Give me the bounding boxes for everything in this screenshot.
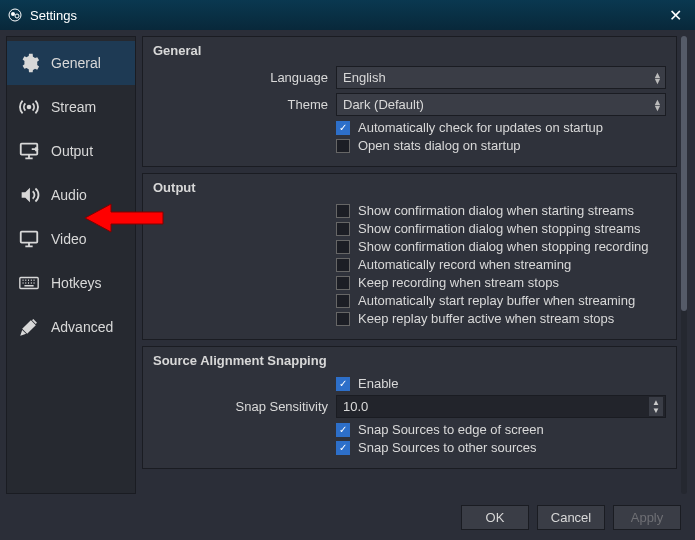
app-icon xyxy=(6,6,24,24)
svg-point-2 xyxy=(15,14,19,18)
spinner-arrows-icon[interactable]: ▲▼ xyxy=(649,397,663,416)
check-label: Show confirmation dialog when starting s… xyxy=(358,203,634,218)
check-label: Keep replay buffer active when stream st… xyxy=(358,311,614,326)
svg-point-1 xyxy=(11,12,15,16)
check-snap-enable[interactable]: ✓ Enable xyxy=(336,376,666,391)
svg-rect-5 xyxy=(21,232,38,243)
sidebar-item-video[interactable]: Video xyxy=(7,217,135,261)
theme-label: Theme xyxy=(153,97,328,112)
sidebar-item-audio[interactable]: Audio xyxy=(7,173,135,217)
window-title: Settings xyxy=(30,8,77,23)
theme-dropdown[interactable]: Dark (Default) xyxy=(336,93,666,116)
section-title-snapping: Source Alignment Snapping xyxy=(153,353,666,368)
close-icon[interactable]: ✕ xyxy=(661,6,689,25)
checkbox-icon[interactable] xyxy=(336,204,350,218)
vertical-scrollbar[interactable] xyxy=(681,36,687,494)
gear-icon xyxy=(17,51,41,75)
check-label: Automatically record when streaming xyxy=(358,257,571,272)
check-auto-replay-buffer[interactable]: Automatically start replay buffer when s… xyxy=(336,293,666,308)
snap-sensitivity-input[interactable]: 10.0 xyxy=(336,395,666,418)
check-confirm-stop-stream[interactable]: Show confirmation dialog when stopping s… xyxy=(336,221,666,236)
checkbox-icon[interactable]: ✓ xyxy=(336,423,350,437)
titlebar: Settings ✕ xyxy=(0,0,695,30)
sidebar-item-label: Video xyxy=(51,231,87,247)
sidebar-item-stream[interactable]: Stream xyxy=(7,85,135,129)
speaker-icon xyxy=(17,183,41,207)
check-auto-record[interactable]: Automatically record when streaming xyxy=(336,257,666,272)
sidebar-item-label: Audio xyxy=(51,187,87,203)
sidebar-item-label: Advanced xyxy=(51,319,113,335)
check-label: Keep recording when stream stops xyxy=(358,275,559,290)
sidebar-item-label: Output xyxy=(51,143,93,159)
cancel-button[interactable]: Cancel xyxy=(537,505,605,530)
sidebar-item-advanced[interactable]: Advanced xyxy=(7,305,135,349)
checkbox-icon[interactable] xyxy=(336,258,350,272)
sidebar-item-general[interactable]: General xyxy=(7,41,135,85)
checkbox-icon[interactable] xyxy=(336,139,350,153)
check-label: Show confirmation dialog when stopping r… xyxy=(358,239,649,254)
language-label: Language xyxy=(153,70,328,85)
checkbox-icon[interactable]: ✓ xyxy=(336,377,350,391)
check-snap-other[interactable]: ✓ Snap Sources to other sources xyxy=(336,440,666,455)
content-area: General Language English ▲▼ Theme Dark (… xyxy=(142,36,689,494)
checkbox-icon[interactable] xyxy=(336,294,350,308)
dialog-footer: OK Cancel Apply xyxy=(0,500,695,534)
check-label: Open stats dialog on startup xyxy=(358,138,521,153)
section-title-output: Output xyxy=(153,180,666,195)
check-label: Snap Sources to other sources xyxy=(358,440,537,455)
sidebar-item-output[interactable]: Output xyxy=(7,129,135,173)
check-keep-recording[interactable]: Keep recording when stream stops xyxy=(336,275,666,290)
check-label: Automatically check for updates on start… xyxy=(358,120,603,135)
checkbox-icon[interactable] xyxy=(336,222,350,236)
check-label: Automatically start replay buffer when s… xyxy=(358,293,635,308)
check-confirm-stop-recording[interactable]: Show confirmation dialog when stopping r… xyxy=(336,239,666,254)
check-label: Show confirmation dialog when stopping s… xyxy=(358,221,641,236)
sidebar-item-hotkeys[interactable]: Hotkeys xyxy=(7,261,135,305)
checkbox-icon[interactable]: ✓ xyxy=(336,121,350,135)
language-dropdown[interactable]: English xyxy=(336,66,666,89)
sidebar-item-label: Hotkeys xyxy=(51,275,102,291)
section-title-general: General xyxy=(153,43,666,58)
sidebar-item-label: Stream xyxy=(51,99,96,115)
section-output: Output Show confirmation dialog when sta… xyxy=(142,173,677,340)
check-auto-update[interactable]: ✓ Automatically check for updates on sta… xyxy=(336,120,666,135)
antenna-icon xyxy=(17,95,41,119)
tools-icon xyxy=(17,315,41,339)
check-label: Snap Sources to edge of screen xyxy=(358,422,544,437)
check-open-stats[interactable]: Open stats dialog on startup xyxy=(336,138,666,153)
section-snapping: Source Alignment Snapping ✓ Enable Snap … xyxy=(142,346,677,469)
sidebar-item-label: General xyxy=(51,55,101,71)
checkbox-icon[interactable] xyxy=(336,240,350,254)
check-label: Enable xyxy=(358,376,398,391)
ok-button[interactable]: OK xyxy=(461,505,529,530)
check-confirm-start-stream[interactable]: Show confirmation dialog when starting s… xyxy=(336,203,666,218)
monitor-out-icon xyxy=(17,139,41,163)
scrollbar-thumb[interactable] xyxy=(681,36,687,311)
section-general: General Language English ▲▼ Theme Dark (… xyxy=(142,36,677,167)
snap-sensitivity-label: Snap Sensitivity xyxy=(153,399,328,414)
apply-button: Apply xyxy=(613,505,681,530)
monitor-icon xyxy=(17,227,41,251)
svg-point-3 xyxy=(28,106,31,109)
check-keep-replay-buffer[interactable]: Keep replay buffer active when stream st… xyxy=(336,311,666,326)
sidebar: General Stream Output Audio Video xyxy=(6,36,136,494)
check-snap-edge[interactable]: ✓ Snap Sources to edge of screen xyxy=(336,422,666,437)
checkbox-icon[interactable]: ✓ xyxy=(336,441,350,455)
checkbox-icon[interactable] xyxy=(336,276,350,290)
checkbox-icon[interactable] xyxy=(336,312,350,326)
keyboard-icon xyxy=(17,271,41,295)
